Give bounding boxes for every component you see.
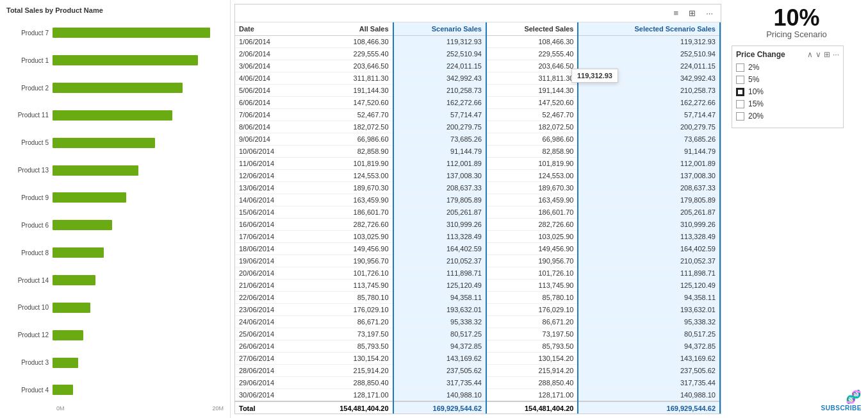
table-cell: 95,338.32 xyxy=(393,316,486,328)
pricing-percentage: 10% xyxy=(732,6,862,29)
table-cell: 22/06/2014 xyxy=(235,292,303,304)
table-row: 24/06/201486,671.2095,338.3286,671.2095,… xyxy=(235,316,720,328)
total-value: 154,481,404.20 xyxy=(303,401,393,414)
expand-icon[interactable]: ⊞ xyxy=(686,7,698,19)
bar-track xyxy=(53,192,224,203)
table-cell: 125,120.49 xyxy=(393,280,486,292)
bar-label: Product 9 xyxy=(6,194,53,201)
table-scroll-container[interactable]: Date All Sales Scenario Sales Selected S… xyxy=(235,22,721,414)
table-cell: 179,805.89 xyxy=(578,194,720,206)
table-cell: 190,956.70 xyxy=(486,255,578,267)
data-table-panel: ≡ ⊞ ··· Date All Sales Scenario Sales Se… xyxy=(234,4,721,414)
price-option-row[interactable]: 5% xyxy=(736,75,839,84)
total-row: Total154,481,404.20169,929,544.62154,481… xyxy=(235,401,720,414)
table-cell: 200,279.75 xyxy=(393,121,486,133)
price-option-row[interactable]: 2% xyxy=(736,63,839,72)
table-cell: 73,197.50 xyxy=(486,328,578,340)
bar-row: Product 4 xyxy=(6,381,224,399)
table-row: 25/06/201473,197.5080,517.2573,197.5080,… xyxy=(235,328,720,340)
more-icon[interactable]: ··· xyxy=(703,7,716,19)
table-toolbar: ≡ ⊞ ··· xyxy=(235,4,721,22)
table-cell: 12/06/2014 xyxy=(235,170,303,182)
price-option-checkbox[interactable] xyxy=(736,76,744,84)
table-row: 29/06/2014288,850.40317,735.44288,850.40… xyxy=(235,377,720,389)
table-cell: 29/06/2014 xyxy=(235,377,303,389)
subscribe-label[interactable]: SUBSCRIBE xyxy=(732,405,862,412)
table-cell: 52,467.70 xyxy=(303,109,393,121)
table-row: 16/06/2014282,726.60310,999.26282,726.60… xyxy=(235,219,720,231)
price-option-row[interactable]: 10% xyxy=(736,87,839,96)
table-cell: 85,780.10 xyxy=(486,292,578,304)
table-cell: 143,169.62 xyxy=(578,353,720,365)
table-row: 18/06/2014149,456.90164,402.59149,456.90… xyxy=(235,243,720,255)
price-option-checkbox[interactable] xyxy=(736,88,744,96)
subscribe-icon: 🧬 xyxy=(732,389,862,405)
price-change-box: Price Change ∧ ∨ ⊞ ··· 2%5%10%15%20% xyxy=(732,46,844,128)
table-cell: 113,328.49 xyxy=(393,231,486,243)
table-cell: 193,632.01 xyxy=(393,304,486,316)
table-row: 8/06/2014182,072.50200,279.75182,072.502… xyxy=(235,121,720,133)
table-cell: 26/06/2014 xyxy=(235,340,303,353)
expand2-icon[interactable]: ⊞ xyxy=(824,50,830,59)
table-cell: 140,988.10 xyxy=(393,389,486,402)
table-cell: 73,197.50 xyxy=(303,328,393,340)
bar-track xyxy=(53,303,224,313)
sort-asc-icon[interactable]: ∧ xyxy=(807,50,813,59)
table-row: 12/06/2014124,553.00137,008.30124,553.00… xyxy=(235,170,720,182)
bar-fill xyxy=(53,330,83,340)
table-cell: 112,001.89 xyxy=(393,158,486,170)
table-cell: 4/06/2014 xyxy=(235,72,303,85)
pricing-label: Pricing Scenario xyxy=(732,29,862,39)
table-cell: 73,685.26 xyxy=(578,133,720,146)
table-cell: 342,992.43 xyxy=(393,72,486,85)
bar-label: Product 2 xyxy=(6,85,53,92)
table-cell: 237,505.62 xyxy=(393,365,486,377)
chart-title: Total Sales by Product Name xyxy=(6,6,224,14)
lines-icon[interactable]: ≡ xyxy=(671,7,682,19)
bar-row: Product 14 xyxy=(6,271,224,289)
table-row: 27/06/2014130,154.20143,169.62130,154.20… xyxy=(235,353,720,365)
sort-desc-icon[interactable]: ∨ xyxy=(815,50,821,59)
bar-track xyxy=(53,247,224,258)
table-cell: 82,858.90 xyxy=(486,146,578,158)
table-row: 20/06/2014101,726.10111,898.71101,726.10… xyxy=(235,267,720,280)
table-cell: 5/06/2014 xyxy=(235,85,303,97)
price-option-checkbox[interactable] xyxy=(736,100,744,108)
bar-row: Product 13 xyxy=(6,162,224,180)
table-cell: 143,169.62 xyxy=(393,353,486,365)
table-cell: 191,144.30 xyxy=(303,85,393,97)
table-cell: 182,072.50 xyxy=(486,121,578,133)
table-cell: 94,358.11 xyxy=(393,292,486,304)
table-cell: 66,986.60 xyxy=(486,133,578,146)
table-cell: 163,459.90 xyxy=(486,194,578,206)
table-row: 15/06/2014186,601.70205,261.87186,601.70… xyxy=(235,206,720,219)
bar-track xyxy=(53,275,224,285)
table-cell: 66,986.60 xyxy=(303,133,393,146)
table-cell: 128,171.00 xyxy=(486,389,578,402)
price-option-row[interactable]: 15% xyxy=(736,99,839,108)
table-cell: 128,171.00 xyxy=(303,389,393,402)
table-cell: 20/06/2014 xyxy=(235,267,303,280)
table-cell: 288,850.40 xyxy=(486,377,578,389)
table-cell: 1/06/2014 xyxy=(235,36,303,48)
table-cell: 200,279.75 xyxy=(578,121,720,133)
price-option-checkbox[interactable] xyxy=(736,63,744,72)
bar-fill xyxy=(53,385,73,395)
table-cell: 119,312.93 xyxy=(578,36,720,48)
price-option-label: 20% xyxy=(748,112,764,121)
table-cell: 13/06/2014 xyxy=(235,182,303,194)
table-cell: 82,858.90 xyxy=(303,146,393,158)
bar-fill xyxy=(53,358,78,368)
table-row: 4/06/2014311,811.30342,992.43311,811.303… xyxy=(235,72,720,85)
price-option-row[interactable]: 20% xyxy=(736,112,839,121)
price-option-checkbox[interactable] xyxy=(736,112,744,121)
table-cell: 176,029.10 xyxy=(486,304,578,316)
table-cell: 149,456.90 xyxy=(486,243,578,255)
total-label: Total xyxy=(235,401,303,414)
table-cell: 101,819.90 xyxy=(303,158,393,170)
bar-track xyxy=(53,165,224,176)
bar-fill xyxy=(53,165,138,176)
table-header: Date All Sales Scenario Sales Selected S… xyxy=(235,22,720,36)
table-cell: 229,555.40 xyxy=(303,48,393,60)
more2-icon[interactable]: ··· xyxy=(833,50,839,59)
